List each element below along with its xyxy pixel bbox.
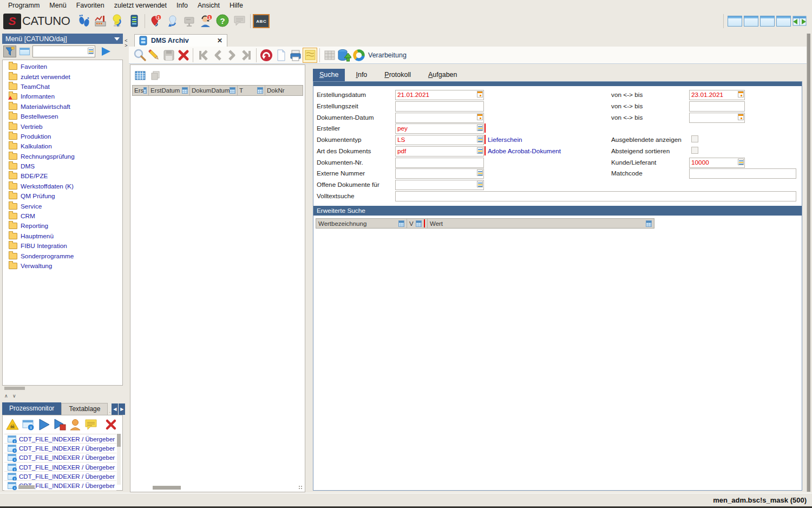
column-header-doknr[interactable]: DokNr <box>265 86 303 95</box>
art-des-dokuments-input[interactable] <box>395 146 484 157</box>
sidebar-item-bde-pze[interactable]: BDE/PZE <box>3 171 122 181</box>
process-row[interactable]: CDT_FILE_INDEXER / Übergeber <box>4 434 116 444</box>
sidebar-item-qm-pruefung[interactable]: QM Prüfung <box>3 191 122 201</box>
sidebar-item-bestellwesen[interactable]: Bestellwesen <box>3 112 122 121</box>
sidebar-horizontal-scrollbar[interactable] <box>2 387 123 391</box>
window-icon[interactable] <box>760 16 775 27</box>
tab-prozessmonitor[interactable]: Prozessmonitor <box>2 402 61 415</box>
offene-dokumente-input[interactable] <box>395 180 484 190</box>
menu-menue[interactable]: Menü <box>44 1 71 10</box>
window-icon[interactable] <box>744 16 758 27</box>
process-row[interactable]: CDT_FILE_INDEXER / Übergeber <box>4 444 116 453</box>
new-document-icon[interactable] <box>273 48 288 63</box>
lookup-icon[interactable] <box>477 181 483 187</box>
delete-icon[interactable] <box>176 48 191 63</box>
sidebar-item-service[interactable]: Service <box>3 201 122 211</box>
matchcode-input[interactable] <box>689 168 796 179</box>
column-filter-icon[interactable] <box>257 87 263 94</box>
column-header-v[interactable]: V <box>407 219 428 228</box>
edit-pencil-icon[interactable] <box>147 48 161 63</box>
erstellungsdatum-bis-field[interactable] <box>689 89 745 100</box>
dokumenten-datum-field[interactable] <box>395 112 484 122</box>
tab-dms-archiv[interactable]: DMS Archiv ✕ <box>134 34 227 47</box>
column-filter-icon[interactable] <box>398 220 404 227</box>
erstellungsdatum-input[interactable] <box>395 90 484 100</box>
sidebar-item-favoriten[interactable]: Favoriten <box>3 62 122 71</box>
dokumenten-nr-field[interactable] <box>395 157 484 167</box>
menu-favoriten[interactable]: Favoriten <box>71 1 109 10</box>
column-header-wertbezeichnung[interactable]: Wertbezeichnung <box>316 219 407 228</box>
sidebar-header[interactable]: Menü [CATUNO/daj] <box>2 34 123 44</box>
calendar-icon[interactable] <box>477 114 483 120</box>
save-icon[interactable] <box>161 48 176 63</box>
sidebar-item-kalkulation[interactable]: Kalkulation <box>3 141 122 151</box>
lookup-icon[interactable] <box>477 147 483 154</box>
sidebar-item-hauptmenue[interactable]: Hauptmenü <box>3 231 122 241</box>
sidebar-item-zuletzt-verwendet[interactable]: zuletzt verwendet <box>3 71 122 81</box>
column-filter-icon[interactable] <box>646 220 652 227</box>
column-filter-icon[interactable] <box>230 87 235 94</box>
person-icon[interactable] <box>68 418 82 432</box>
calendar-icon[interactable] <box>738 91 744 97</box>
sidebar-splitter[interactable]: <> <box>123 34 129 492</box>
sidebar-item-sonderprogramme[interactable]: Sonderprogramme <box>3 251 122 260</box>
pin-red-notification-icon[interactable]: 1 <box>147 13 164 29</box>
close-icon[interactable]: ✕ <box>217 37 222 44</box>
close-icon[interactable] <box>103 418 118 432</box>
sidebar-item-vertrieb[interactable]: Vertrieb <box>3 121 122 131</box>
dokumententyp-field[interactable] <box>395 134 484 145</box>
process-row[interactable]: CDT_FILE_INDEXER / Übergeber <box>4 472 116 481</box>
volltextsuche-field[interactable] <box>395 191 796 201</box>
processing-icon[interactable] <box>351 48 366 63</box>
database-export-icon[interactable] <box>337 48 351 63</box>
sidebar-search-input[interactable] <box>34 47 89 56</box>
erstellungszeit-bis-input[interactable] <box>689 101 745 112</box>
note-icon[interactable] <box>303 48 317 63</box>
sidebar-item-crm[interactable]: CRM <box>3 211 122 221</box>
process-row[interactable]: CDT_FILE_INDEXER / Übergeber <box>4 463 116 472</box>
lookup-icon[interactable] <box>477 170 483 176</box>
matchcode-field[interactable] <box>689 168 796 178</box>
sidebar-item-reporting[interactable]: Reporting <box>3 221 122 231</box>
sidebar-item-rechnungspruefung[interactable]: Rechnungsprüfung <box>3 152 122 161</box>
sidebar-item-materialwirtschaft[interactable]: Materialwirtschaft <box>3 102 122 112</box>
sidebar-item-informanten[interactable]: Informanten <box>3 92 122 101</box>
column-filter-icon[interactable] <box>182 87 188 94</box>
monitor-icon[interactable] <box>181 13 198 29</box>
dokumententyp-input[interactable] <box>395 135 484 145</box>
copy-pages-icon[interactable] <box>150 71 161 80</box>
sidebar-item-werkstoffdaten[interactable]: Werkstoffdaten (K) <box>3 181 122 191</box>
menu-ansicht[interactable]: Ansicht <box>193 1 225 10</box>
undo-icon[interactable] <box>259 48 273 63</box>
panel-collapse-control[interactable]: ∧ ∨ <box>4 393 18 399</box>
externe-nummer-input[interactable] <box>395 168 484 179</box>
comment-icon[interactable] <box>83 418 98 432</box>
tab-aufgaben[interactable]: Aufgaben <box>422 69 464 81</box>
dokumenten-datum-bis-field[interactable] <box>689 112 745 122</box>
window-view-button[interactable] <box>18 45 31 57</box>
offene-dokumente-field[interactable] <box>395 179 484 190</box>
print-icon[interactable] <box>288 48 303 63</box>
server-list-icon[interactable] <box>126 13 142 29</box>
window-split-icon[interactable] <box>793 16 807 27</box>
table-view-icon[interactable] <box>135 71 146 80</box>
nav-prev-icon[interactable] <box>210 48 225 63</box>
column-header-ers[interactable]: Ers <box>133 86 149 95</box>
nav-first-icon[interactable] <box>195 48 210 63</box>
sidebar-item-fibu-integration[interactable]: FIBU Integration <box>3 241 122 251</box>
window-icon[interactable] <box>728 16 742 27</box>
erstellungszeit-field[interactable] <box>395 101 484 111</box>
chat-icon[interactable] <box>231 13 248 29</box>
menu-programm[interactable]: Programm <box>3 1 44 10</box>
play-stop-icon[interactable] <box>52 418 67 432</box>
sidebar-item-verwaltung[interactable]: Verwaltung <box>3 261 122 271</box>
dokumenten-datum-bis-input[interactable] <box>689 113 745 123</box>
tab-textablage[interactable]: Textablage <box>61 403 108 415</box>
lookup-icon[interactable] <box>738 159 744 165</box>
lookup-icon[interactable] <box>477 136 483 142</box>
chevron-down-icon[interactable] <box>114 37 120 41</box>
sidebar-item-teamchat[interactable]: TeamChat <box>3 82 122 92</box>
ausgeblendete-anzeigen-checkbox[interactable] <box>691 135 698 142</box>
abc-board-icon[interactable]: ABC <box>253 13 270 29</box>
warning-skull-icon[interactable]: ☠ <box>5 418 19 432</box>
